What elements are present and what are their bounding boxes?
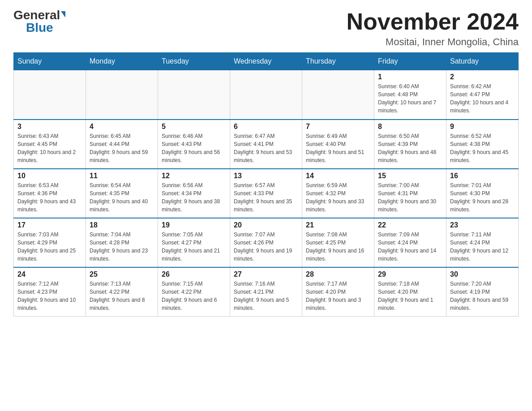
calendar-header-sunday: Sunday [14, 53, 86, 70]
day-info: Sunrise: 6:53 AMSunset: 4:36 PMDaylight:… [17, 181, 82, 214]
calendar-header-wednesday: Wednesday [230, 53, 302, 70]
calendar-cell: 21Sunrise: 7:08 AMSunset: 4:25 PMDayligh… [302, 218, 374, 267]
day-number: 14 [306, 172, 370, 180]
day-info: Sunrise: 7:13 AMSunset: 4:22 PMDaylight:… [90, 280, 154, 312]
day-number: 18 [90, 221, 154, 229]
calendar-week-row: 24Sunrise: 7:12 AMSunset: 4:23 PMDayligh… [14, 267, 519, 317]
calendar-cell: 7Sunrise: 6:49 AMSunset: 4:40 PMDaylight… [302, 120, 374, 169]
calendar-cell: 17Sunrise: 7:03 AMSunset: 4:29 PMDayligh… [14, 218, 86, 267]
calendar-cell: 26Sunrise: 7:15 AMSunset: 4:22 PMDayligh… [158, 267, 230, 317]
calendar-cell: 12Sunrise: 6:56 AMSunset: 4:34 PMDayligh… [158, 169, 230, 218]
day-info: Sunrise: 6:50 AMSunset: 4:39 PMDaylight:… [378, 132, 442, 164]
day-info: Sunrise: 6:52 AMSunset: 4:38 PMDaylight:… [450, 132, 515, 164]
day-number: 26 [162, 270, 226, 278]
day-number: 7 [306, 123, 370, 131]
day-number: 9 [450, 123, 515, 131]
calendar-cell: 22Sunrise: 7:09 AMSunset: 4:24 PMDayligh… [374, 218, 446, 267]
day-number: 2 [450, 73, 515, 81]
calendar-cell: 25Sunrise: 7:13 AMSunset: 4:22 PMDayligh… [86, 267, 158, 317]
day-number: 8 [378, 123, 442, 131]
page-header: General Blue November 2024 Mositai, Inne… [13, 9, 519, 48]
calendar-cell [158, 70, 230, 120]
day-info: Sunrise: 7:08 AMSunset: 4:25 PMDaylight:… [306, 231, 370, 263]
calendar-cell: 11Sunrise: 6:54 AMSunset: 4:35 PMDayligh… [86, 169, 158, 218]
calendar-cell: 4Sunrise: 6:45 AMSunset: 4:44 PMDaylight… [86, 120, 158, 169]
day-number: 21 [306, 221, 370, 229]
logo-blue: Blue [26, 21, 53, 34]
calendar-table: SundayMondayTuesdayWednesdayThursdayFrid… [13, 52, 519, 317]
day-number: 27 [234, 270, 298, 278]
day-info: Sunrise: 6:59 AMSunset: 4:32 PMDaylight:… [306, 181, 370, 214]
calendar-header-tuesday: Tuesday [158, 53, 230, 70]
calendar-cell: 9Sunrise: 6:52 AMSunset: 4:38 PMDaylight… [446, 120, 519, 169]
day-number: 16 [450, 172, 515, 180]
day-number: 30 [450, 270, 515, 278]
day-number: 28 [306, 270, 370, 278]
day-info: Sunrise: 7:16 AMSunset: 4:21 PMDaylight:… [234, 280, 298, 312]
calendar-cell [230, 70, 302, 120]
title-section: November 2024 Mositai, Inner Mongolia, C… [347, 9, 519, 48]
day-info: Sunrise: 7:07 AMSunset: 4:26 PMDaylight:… [234, 231, 298, 263]
day-number: 10 [17, 172, 82, 180]
calendar-week-row: 10Sunrise: 6:53 AMSunset: 4:36 PMDayligh… [14, 169, 519, 218]
day-number: 6 [234, 123, 298, 131]
day-info: Sunrise: 7:03 AMSunset: 4:29 PMDaylight:… [17, 231, 82, 263]
day-info: Sunrise: 6:47 AMSunset: 4:41 PMDaylight:… [234, 132, 298, 164]
day-number: 13 [234, 172, 298, 180]
day-info: Sunrise: 7:12 AMSunset: 4:23 PMDaylight:… [17, 280, 82, 312]
location-title: Mositai, Inner Mongolia, China [347, 36, 519, 48]
day-info: Sunrise: 7:00 AMSunset: 4:31 PMDaylight:… [378, 181, 442, 214]
day-number: 4 [90, 123, 154, 131]
calendar-header-friday: Friday [374, 53, 446, 70]
calendar-cell: 27Sunrise: 7:16 AMSunset: 4:21 PMDayligh… [230, 267, 302, 317]
day-info: Sunrise: 7:04 AMSunset: 4:28 PMDaylight:… [90, 231, 154, 263]
calendar-cell: 10Sunrise: 6:53 AMSunset: 4:36 PMDayligh… [14, 169, 86, 218]
day-info: Sunrise: 7:01 AMSunset: 4:30 PMDaylight:… [450, 181, 515, 214]
day-info: Sunrise: 7:17 AMSunset: 4:20 PMDaylight:… [306, 280, 370, 312]
calendar-cell: 14Sunrise: 6:59 AMSunset: 4:32 PMDayligh… [302, 169, 374, 218]
calendar-cell: 1Sunrise: 6:40 AMSunset: 4:48 PMDaylight… [374, 70, 446, 120]
day-number: 25 [90, 270, 154, 278]
calendar-cell: 5Sunrise: 6:46 AMSunset: 4:43 PMDaylight… [158, 120, 230, 169]
day-number: 24 [17, 270, 82, 278]
calendar-cell: 8Sunrise: 6:50 AMSunset: 4:39 PMDaylight… [374, 120, 446, 169]
calendar-cell: 3Sunrise: 6:43 AMSunset: 4:45 PMDaylight… [14, 120, 86, 169]
calendar-header-thursday: Thursday [302, 53, 374, 70]
calendar-cell: 24Sunrise: 7:12 AMSunset: 4:23 PMDayligh… [14, 267, 86, 317]
calendar-week-row: 1Sunrise: 6:40 AMSunset: 4:48 PMDaylight… [14, 70, 519, 120]
calendar-cell: 16Sunrise: 7:01 AMSunset: 4:30 PMDayligh… [446, 169, 519, 218]
day-info: Sunrise: 6:46 AMSunset: 4:43 PMDaylight:… [162, 132, 226, 164]
day-number: 3 [17, 123, 82, 131]
day-number: 11 [90, 172, 154, 180]
logo-general: General [13, 9, 60, 21]
day-info: Sunrise: 6:56 AMSunset: 4:34 PMDaylight:… [162, 181, 226, 214]
day-info: Sunrise: 6:57 AMSunset: 4:33 PMDaylight:… [234, 181, 298, 214]
calendar-cell: 20Sunrise: 7:07 AMSunset: 4:26 PMDayligh… [230, 218, 302, 267]
calendar-cell [302, 70, 374, 120]
day-info: Sunrise: 7:05 AMSunset: 4:27 PMDaylight:… [162, 231, 226, 263]
day-info: Sunrise: 6:45 AMSunset: 4:44 PMDaylight:… [90, 132, 154, 164]
month-title: November 2024 [347, 9, 519, 34]
day-info: Sunrise: 7:09 AMSunset: 4:24 PMDaylight:… [378, 231, 442, 263]
calendar-cell: 29Sunrise: 7:18 AMSunset: 4:20 PMDayligh… [374, 267, 446, 317]
calendar-cell: 13Sunrise: 6:57 AMSunset: 4:33 PMDayligh… [230, 169, 302, 218]
day-info: Sunrise: 7:20 AMSunset: 4:19 PMDaylight:… [450, 280, 515, 312]
day-info: Sunrise: 6:43 AMSunset: 4:45 PMDaylight:… [17, 132, 82, 164]
day-info: Sunrise: 7:11 AMSunset: 4:24 PMDaylight:… [450, 231, 515, 263]
logo-triangle-icon [61, 11, 65, 17]
calendar-cell [86, 70, 158, 120]
day-number: 12 [162, 172, 226, 180]
calendar-header-monday: Monday [86, 53, 158, 70]
calendar-week-row: 3Sunrise: 6:43 AMSunset: 4:45 PMDaylight… [14, 120, 519, 169]
calendar-header-row: SundayMondayTuesdayWednesdayThursdayFrid… [14, 53, 519, 70]
calendar-cell: 6Sunrise: 6:47 AMSunset: 4:41 PMDaylight… [230, 120, 302, 169]
day-number: 23 [450, 221, 515, 229]
calendar-cell: 15Sunrise: 7:00 AMSunset: 4:31 PMDayligh… [374, 169, 446, 218]
day-number: 22 [378, 221, 442, 229]
day-number: 29 [378, 270, 442, 278]
calendar-cell: 19Sunrise: 7:05 AMSunset: 4:27 PMDayligh… [158, 218, 230, 267]
day-number: 5 [162, 123, 226, 131]
day-number: 15 [378, 172, 442, 180]
calendar-week-row: 17Sunrise: 7:03 AMSunset: 4:29 PMDayligh… [14, 218, 519, 267]
day-info: Sunrise: 7:18 AMSunset: 4:20 PMDaylight:… [378, 280, 442, 312]
